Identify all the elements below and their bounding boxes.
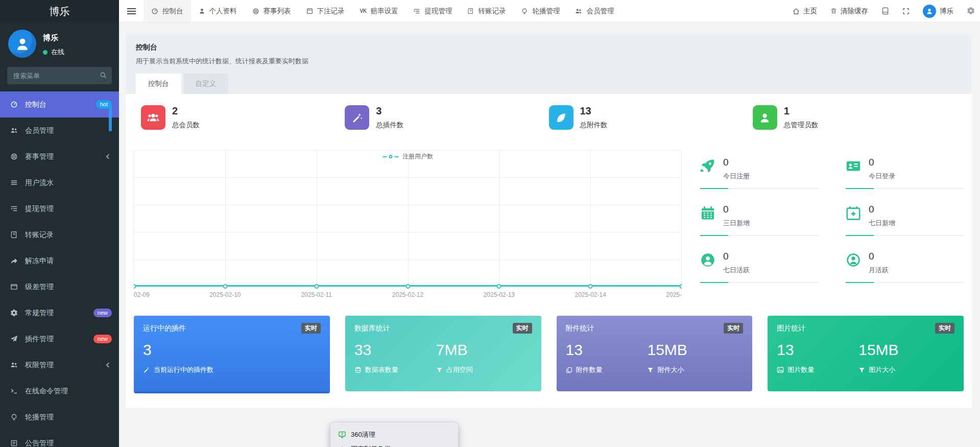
user-circle-icon (700, 252, 715, 268)
tab-dashboard[interactable]: 控制台 (144, 0, 191, 22)
sidebar-item-userflow[interactable]: 用户流水 (0, 170, 119, 196)
card-image-stats[interactable]: 图片统计 实时 13 15MB 图片数量 图片 (768, 316, 964, 391)
card-value: 15MB (647, 341, 687, 359)
members-icon (141, 105, 165, 130)
sidebar-scrollbar[interactable] (109, 105, 112, 131)
tab-odds[interactable]: VK 赔率设置 (352, 0, 406, 22)
divider (846, 188, 964, 189)
card-title: 数据库统计 (354, 324, 390, 333)
sidebar-item-transfer[interactable]: 转账记录 (0, 222, 119, 248)
data-point[interactable] (497, 284, 501, 289)
data-point[interactable] (134, 284, 136, 289)
sidebar-item-level[interactable]: 级差管理 (0, 274, 119, 300)
sidebar-item-withdraw[interactable]: 提现管理 (0, 196, 119, 222)
sidebar-item-carousel[interactable]: 轮播管理 (0, 404, 119, 430)
sidebar-item-dashboard[interactable]: 控制台 hot (0, 91, 119, 117)
card-attachment-stats[interactable]: 附件统计 实时 13 15MB 附件数量 附件 (557, 316, 753, 391)
tab-console[interactable]: 控制台 (136, 74, 181, 94)
divider (846, 282, 964, 283)
sidebar-item-events[interactable]: 赛事管理 (0, 144, 119, 170)
tab-carousel[interactable]: 轮播管理 (513, 0, 567, 22)
sidebar-item-auth[interactable]: 权限管理 (0, 352, 119, 378)
avatar[interactable] (8, 30, 36, 58)
admin-icon (753, 105, 777, 130)
rocket-icon (9, 335, 18, 343)
users-icon (9, 127, 18, 134)
dashboard-panel: 控制台 用于展示当前系统中的统计数据、统计报表及重要实时数据 控制台 自定义 2… (126, 34, 972, 408)
fullscreen-button[interactable] (902, 8, 910, 15)
summary-cards-row: 运行中的插件 实时 3 当前运行中的插件数 数据库 (134, 316, 964, 393)
divider (700, 235, 818, 236)
sidebar-item-members[interactable]: 会员管理 (0, 117, 119, 144)
popup-item-pin-taskbar[interactable]: 固定到任务栏 (330, 442, 458, 447)
tab-custom[interactable]: 自定义 (183, 74, 229, 94)
sidebar-item-notice[interactable]: 公告管理 (0, 430, 119, 447)
stat-value: 2 (172, 105, 200, 117)
card-running-plugins[interactable]: 运行中的插件 实时 3 当前运行中的插件数 (134, 316, 330, 393)
user-menu[interactable]: 博乐 (923, 5, 953, 18)
settings-gear-icon[interactable] (967, 7, 975, 15)
window-icon (9, 283, 18, 291)
data-point[interactable] (405, 284, 410, 289)
card-value: 13 (566, 341, 648, 359)
item-label: 用户流水 (25, 178, 54, 187)
tab-label: 下注记录 (317, 7, 345, 16)
tab-label: 赔率设置 (370, 7, 398, 16)
realtime-badge: 实时 (513, 323, 532, 334)
sidebar-item-plugins[interactable]: 插件管理 new (0, 326, 119, 352)
tab-withdraw[interactable]: 提现管理 (405, 0, 460, 22)
realtime-badge: 实时 (724, 323, 743, 334)
sidebar: 博乐 博乐 在线 控制台 hot 会员管理 赛事管理 (0, 0, 119, 447)
popup-item-360-clean[interactable]: 7 360清理 (330, 428, 458, 442)
brand-logo[interactable]: 博乐 (0, 0, 119, 22)
mini-value: 0 (869, 251, 889, 261)
carousel-icon (521, 8, 528, 15)
stat-label: 总会员数 (172, 121, 200, 130)
home-link[interactable]: 主页 (793, 7, 817, 16)
tab-bets[interactable]: 下注记录 (299, 0, 352, 22)
language-button[interactable] (881, 7, 889, 15)
mini-stat-today-register: 0 今日注册 (700, 151, 818, 198)
clear-cache-button[interactable]: 清除缓存 (830, 7, 868, 16)
rocket-icon (700, 158, 715, 174)
search-input[interactable] (7, 67, 112, 84)
tab-events[interactable]: 赛事列表 (245, 0, 299, 22)
pin-icon (338, 445, 346, 447)
card-label: 占用空间 (446, 365, 473, 374)
mini-label: 七日新增 (869, 219, 895, 228)
calendar-icon (306, 8, 313, 14)
card-value: 15MB (858, 341, 898, 359)
data-point[interactable] (680, 284, 682, 289)
card-title: 附件统计 (566, 324, 594, 333)
magic-wand-icon (143, 366, 150, 373)
search-icon[interactable] (100, 72, 107, 79)
sidebar-item-command[interactable]: 在线命令管理 (0, 378, 119, 404)
monitor-7-icon: 7 (338, 431, 346, 439)
list-icon (9, 179, 18, 186)
chart-plot (134, 150, 682, 287)
chevron-left-icon (106, 363, 111, 368)
sidebar-item-unfreeze[interactable]: 解冻申请 (0, 248, 119, 274)
card-database-stats[interactable]: 数据库统计 实时 33 7MB 数据表数量 占 (345, 316, 541, 391)
x-tick: 2025-02-09 (134, 291, 150, 298)
mini-label: 今日登录 (869, 172, 895, 181)
sidebar-toggle-button[interactable] (119, 0, 144, 22)
popup-item-label: 360清理 (351, 430, 375, 439)
card-value: 7MB (436, 341, 468, 359)
tab-members[interactable]: 会员管理 (567, 0, 622, 22)
data-point[interactable] (223, 284, 227, 289)
page-title: 控制台 (136, 43, 962, 52)
user-icon (199, 8, 205, 14)
chart-legend[interactable]: 注册用户数 (383, 152, 433, 161)
legend-label: 注册用户数 (402, 152, 433, 161)
card-label: 图片数量 (787, 365, 814, 374)
tab-profile[interactable]: 个人资料 (191, 0, 245, 22)
user-status: 在线 (43, 48, 64, 57)
tab-transfer[interactable]: 转账记录 (460, 0, 513, 22)
divider (700, 188, 818, 189)
data-point[interactable] (314, 284, 319, 289)
registered-users-chart[interactable]: 2025-02-09 2025-02-10 2025-02-11 2025-02… (134, 150, 682, 299)
data-point[interactable] (588, 284, 593, 289)
card-label: 图片大小 (869, 365, 895, 374)
sidebar-item-general[interactable]: 常规管理 new (0, 300, 119, 326)
